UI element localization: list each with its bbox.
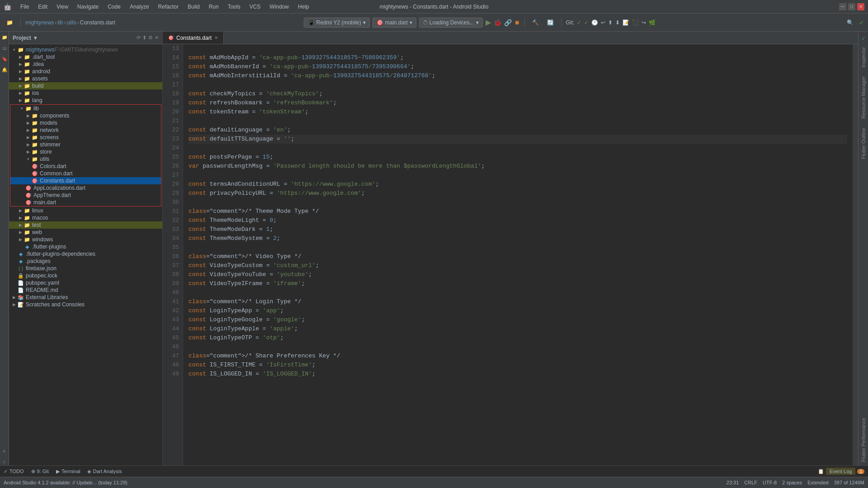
flutter-outline-tab[interactable]: Flutter Outline bbox=[860, 124, 867, 163]
tree-flutter-plugins-deps[interactable]: ◈ .flutter-plugins-dependencies bbox=[9, 250, 162, 258]
line-ending[interactable]: CRLF bbox=[744, 480, 757, 485]
git-check-icon[interactable]: ✓ bbox=[577, 19, 581, 26]
settings-icon[interactable]: ⚙ bbox=[148, 35, 153, 41]
tree-common-dart[interactable]: 🎯 Common.dart bbox=[10, 170, 161, 177]
run-button[interactable]: ▶ bbox=[486, 18, 491, 27]
tree-assets[interactable]: ▶ 📁 assets bbox=[9, 75, 162, 82]
menu-tools[interactable]: Tools bbox=[224, 3, 244, 11]
git-push-icon[interactable]: ⬆ bbox=[608, 19, 613, 26]
device-selector[interactable]: 📱 Redmi Y2 (mobile) ▾ bbox=[304, 18, 370, 28]
menu-bar[interactable]: File Edit View Navigate Code Analyze Ref… bbox=[17, 3, 313, 11]
menu-file[interactable]: File bbox=[17, 3, 33, 11]
tree-utils[interactable]: ▾ 📁 utils bbox=[10, 155, 161, 163]
tree-root[interactable]: ▾ 📁 mightynews F:\GMITS\live\mightynews bbox=[9, 46, 162, 53]
notifications-icon[interactable]: 🔔 bbox=[1, 66, 8, 73]
toolbar-icon-1[interactable]: 📁 bbox=[4, 18, 16, 27]
collapse-all-icon[interactable]: ⬆ bbox=[142, 35, 146, 41]
tree-main-dart[interactable]: 🎯 main.dart bbox=[10, 199, 161, 206]
extended-mode[interactable]: Extended bbox=[807, 480, 828, 485]
code-editor[interactable]: const mAdMobAppId = 'ca-app-pub-13993275… bbox=[183, 44, 853, 465]
flutter-performance-tab[interactable]: Flutter Performance bbox=[860, 414, 867, 465]
sync-project-icon[interactable]: ⟳ bbox=[137, 35, 141, 41]
maximize-button[interactable]: □ bbox=[848, 3, 855, 10]
menu-code[interactable]: Code bbox=[104, 3, 124, 11]
bookmarks-icon[interactable]: 🔖 bbox=[1, 55, 8, 62]
git-pull-icon[interactable]: ⬇ bbox=[615, 19, 620, 26]
breadcrumb-utils[interactable]: utils bbox=[66, 19, 76, 26]
resource-manager-tab[interactable]: Resource Manager bbox=[860, 73, 867, 122]
git-revert-icon[interactable]: ↪ bbox=[642, 19, 646, 26]
minimize-button[interactable]: ─ bbox=[839, 3, 846, 10]
favorite-icon[interactable]: ☆ bbox=[1, 458, 8, 465]
tab-close-button[interactable]: ✕ bbox=[214, 35, 218, 40]
tree-colors-dart[interactable]: 🎯 Colors.dart bbox=[10, 163, 161, 170]
tree-external-libraries[interactable]: ▶ 📚 External Libraries bbox=[9, 294, 162, 301]
tree-lib[interactable]: ▾ 📁 lib bbox=[10, 105, 161, 112]
structure-2-icon[interactable]: ≡ bbox=[1, 447, 8, 455]
breadcrumb-file[interactable]: Constants.dart bbox=[80, 19, 115, 26]
project-tool-icon[interactable]: 📁 bbox=[1, 33, 8, 41]
tree-constants-dart[interactable]: 🎯 Constants.dart bbox=[10, 177, 161, 184]
menu-vcs[interactable]: VCS bbox=[246, 3, 264, 11]
menu-edit[interactable]: Edit bbox=[34, 3, 51, 11]
attach-button[interactable]: 🔗 bbox=[504, 19, 512, 26]
tree-apptheme[interactable]: 🎯 AppTheme.dart bbox=[10, 192, 161, 199]
project-dropdown-icon[interactable]: ▾ bbox=[34, 35, 37, 41]
tree-dart-tool[interactable]: ▶ 📁 .dart_tool bbox=[9, 53, 162, 61]
run-config-selector[interactable]: 🎯 main.dart ▾ bbox=[373, 18, 416, 28]
tree-store[interactable]: ▶ 📁 store bbox=[10, 148, 161, 155]
tree-macos[interactable]: ▶ 📁 macos bbox=[9, 214, 162, 221]
build-button[interactable]: 🔨 bbox=[529, 18, 542, 27]
tree-android[interactable]: ▶ 📁 android bbox=[9, 68, 162, 75]
event-log-tool[interactable]: 📋 Event Log 1 bbox=[818, 468, 864, 475]
sync-button[interactable]: 🔄 bbox=[544, 18, 557, 27]
code-content[interactable]: 1314151617181920212223242526272829303132… bbox=[163, 44, 858, 465]
menu-analyze[interactable]: Analyze bbox=[126, 3, 153, 11]
git-tool[interactable]: ⊕ 9: Git bbox=[31, 469, 49, 474]
inspector-tab[interactable]: Inspector bbox=[860, 43, 867, 71]
tree-applocalizations[interactable]: 🎯 AppLocalizations.dart bbox=[10, 184, 161, 192]
tree-test[interactable]: ▶ 📁 test bbox=[9, 221, 162, 229]
git-history-icon[interactable]: 🕐 bbox=[591, 19, 598, 26]
git-annotate-icon[interactable]: 📝 bbox=[623, 19, 629, 26]
tree-models[interactable]: ▶ 📁 models bbox=[10, 119, 161, 127]
breadcrumb-root[interactable]: mightynews bbox=[25, 19, 54, 26]
tree-windows[interactable]: ▶ 📁 windows bbox=[9, 236, 162, 243]
tree-pubspec-lock[interactable]: 🔒 pubspec.lock bbox=[9, 272, 162, 279]
window-controls[interactable]: ─ □ ✕ bbox=[839, 3, 864, 10]
tree-ios[interactable]: ▶ 📁 ios bbox=[9, 89, 162, 97]
terminal-tool[interactable]: ▶ Terminal bbox=[56, 469, 80, 474]
menu-run[interactable]: Run bbox=[205, 3, 222, 11]
menu-window[interactable]: Window bbox=[266, 3, 292, 11]
dart-analysis-tool[interactable]: ◈ Dart Analysis bbox=[87, 469, 122, 474]
todo-tool[interactable]: ✓ TODO bbox=[4, 469, 24, 474]
breadcrumb-lib[interactable]: lib bbox=[57, 19, 63, 26]
structure-icon[interactable]: 🗂 bbox=[1, 44, 8, 52]
tab-constants-dart[interactable]: 🎯 Constants.dart ✕ bbox=[163, 32, 224, 44]
tree-packages[interactable]: ◈ .packages bbox=[9, 258, 162, 265]
tree-shimmer[interactable]: ▶ 📁 shimmer bbox=[10, 141, 161, 148]
tree-pubspec-yaml[interactable]: 📄 pubspec.yaml bbox=[9, 279, 162, 286]
stop-button[interactable]: ⏹ bbox=[514, 19, 520, 26]
cursor-position[interactable]: 23:31 bbox=[726, 480, 739, 485]
debug-run-button[interactable]: 🐞 bbox=[494, 19, 501, 26]
menu-navigate[interactable]: Navigate bbox=[74, 3, 102, 11]
tree-network[interactable]: ▶ 📁 network bbox=[10, 127, 161, 134]
indent-size[interactable]: 2 spaces bbox=[782, 480, 802, 485]
tree-linux[interactable]: ▶ 📁 linux bbox=[9, 207, 162, 214]
menu-view[interactable]: View bbox=[53, 3, 72, 11]
tree-lang[interactable]: ▶ 📁 lang bbox=[9, 97, 162, 104]
tree-idea[interactable]: ▶ 📁 .idea bbox=[9, 61, 162, 68]
vertical-scrollbar[interactable] bbox=[853, 44, 858, 465]
search-everywhere-button[interactable]: 🔍 bbox=[844, 18, 856, 27]
tree-readme[interactable]: 📄 README.md bbox=[9, 286, 162, 294]
menu-refactor[interactable]: Refactor bbox=[155, 3, 182, 11]
git-diff-icon[interactable]: ⬛ bbox=[632, 19, 639, 26]
tree-web[interactable]: ▶ 📁 web bbox=[9, 229, 162, 236]
menu-help[interactable]: Help bbox=[294, 3, 313, 11]
encoding[interactable]: UTF-8 bbox=[763, 480, 777, 485]
git-branches-icon[interactable]: 🌿 bbox=[649, 19, 656, 26]
close-button[interactable]: ✕ bbox=[857, 3, 864, 10]
menu-build[interactable]: Build bbox=[184, 3, 203, 11]
git-rollback-icon[interactable]: ↩ bbox=[601, 19, 605, 26]
